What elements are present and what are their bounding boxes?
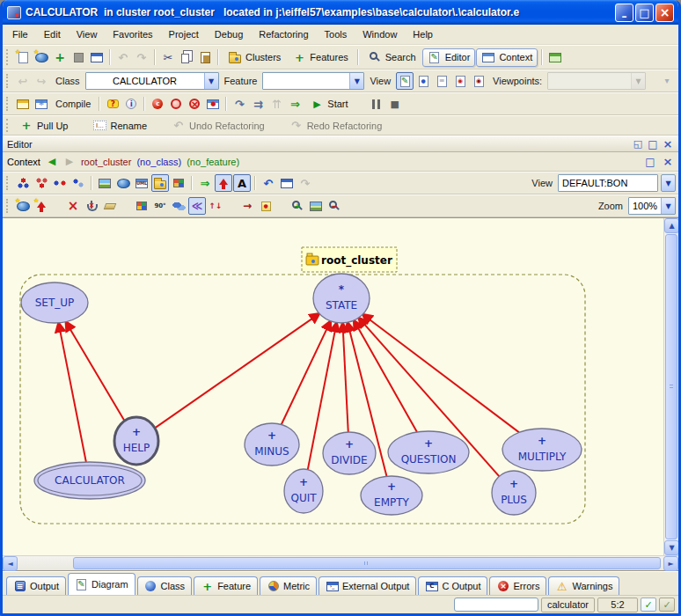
inheritance-links-icon[interactable] <box>14 174 32 192</box>
run-to-cursor-icon[interactable]: ⇒ <box>286 95 304 113</box>
class-history-icon[interactable] <box>114 174 132 192</box>
search-button[interactable]: Search <box>362 48 421 66</box>
run-finalized-icon[interactable] <box>167 95 185 113</box>
last-warnings-icon[interactable]: ? <box>104 95 121 113</box>
tab-errors[interactable]: ×Errors <box>489 576 546 595</box>
redo-refactoring-button[interactable]: ↷Redo Refactoring <box>284 117 388 135</box>
inheritance-link-help-state[interactable] <box>155 313 319 428</box>
freeze-icon[interactable]: ❄ <box>33 95 50 113</box>
cluster-view-icon[interactable] <box>151 174 169 192</box>
fan-layout-icon[interactable]: ≪ <box>188 197 206 215</box>
tab-external-output[interactable]: ›_External Output <box>319 576 416 595</box>
diagram-canvas[interactable]: SET_UP*STATE+HELPCALCULATOR+MINUS+QUIT+D… <box>3 218 663 557</box>
class-combo[interactable]: CALCULATOR▼ <box>85 72 219 90</box>
eraser-icon[interactable] <box>101 197 119 215</box>
scroll-down-icon[interactable] <box>664 540 679 555</box>
menu-tools[interactable]: Tools <box>317 26 355 42</box>
clickable-view-icon[interactable]: ● <box>414 72 432 90</box>
status-search-input[interactable] <box>454 598 538 612</box>
circular-layout-icon[interactable] <box>170 197 187 215</box>
class-node-state[interactable]: *STATE <box>313 274 370 323</box>
class-node-divide[interactable]: +DIVIDE <box>323 432 376 474</box>
menu-project[interactable]: Project <box>161 26 207 42</box>
step-into-icon[interactable]: ⇉ <box>249 95 267 113</box>
new-class-tool-icon[interactable] <box>14 197 32 215</box>
legend-icon[interactable] <box>170 174 187 192</box>
force-layout-icon[interactable]: ⇒ <box>196 174 214 192</box>
undo-icon[interactable]: ↶ <box>114 48 132 66</box>
unanchor-icon[interactable]: × <box>83 197 100 215</box>
tab-output[interactable]: ≡Output <box>6 576 66 595</box>
context-forward-icon[interactable]: ▶ <box>63 156 76 167</box>
pause-icon[interactable] <box>368 95 385 113</box>
inheritance-link-divide-state[interactable] <box>342 323 348 432</box>
toolbar-grip[interactable] <box>6 176 11 191</box>
redo-diagram-icon[interactable]: ↷ <box>297 174 314 192</box>
relation-links-icon[interactable] <box>70 174 87 192</box>
class-node-question[interactable]: +QUESTION <box>388 431 469 473</box>
view-combo-dropdown-icon[interactable]: ▼ <box>661 174 676 192</box>
toolbar-grip[interactable] <box>6 119 11 132</box>
menu-view[interactable]: View <box>69 26 106 42</box>
toolbar-grip[interactable] <box>6 74 11 89</box>
tab-class[interactable]: Class <box>137 576 193 595</box>
inheritance-link-calculator-set_up[interactable] <box>59 323 86 462</box>
maximize-context-icon[interactable] <box>644 156 656 167</box>
maximize-button[interactable] <box>635 4 654 22</box>
context-cluster-crumb[interactable]: root_cluster <box>81 157 131 167</box>
diagram-history-icon[interactable] <box>278 174 296 192</box>
close-pane-icon[interactable] <box>662 138 674 150</box>
new-window-icon[interactable] <box>14 48 32 66</box>
context-button[interactable]: Context <box>476 48 538 67</box>
menu-window[interactable]: Window <box>355 26 405 42</box>
class-node-empty[interactable]: +EMPTY <box>361 476 422 515</box>
new-inheritance-tool-icon[interactable] <box>33 197 50 215</box>
minimize-button[interactable] <box>615 4 633 22</box>
scroll-up-icon[interactable] <box>664 218 679 233</box>
maximize-pane-icon[interactable] <box>647 138 659 150</box>
export-png-icon[interactable] <box>96 174 114 192</box>
rename-button[interactable]: Rename <box>87 117 152 135</box>
inheritance-link-question-state[interactable] <box>354 320 417 432</box>
menu-debug[interactable]: Debug <box>207 26 251 42</box>
scroll-left-icon[interactable] <box>3 556 18 571</box>
profile-icon[interactable] <box>546 48 564 66</box>
vertical-scrollbar[interactable] <box>663 218 678 555</box>
editor-button[interactable]: ✎Editor <box>422 48 476 67</box>
history-back-icon[interactable]: ↩ <box>14 72 32 90</box>
menu-refactoring[interactable]: Refactoring <box>251 26 316 42</box>
overflow-chevron-icon[interactable]: ▾ <box>658 72 676 90</box>
menu-help[interactable]: Help <box>405 26 441 42</box>
horizontal-scroll-thumb[interactable] <box>73 557 661 569</box>
zoom-in-icon[interactable]: + <box>289 197 306 215</box>
colors-icon[interactable] <box>133 197 150 215</box>
inheritance-toggle-icon[interactable] <box>215 174 232 192</box>
step-out-icon[interactable]: ⇈ <box>267 95 285 113</box>
new-feature-icon[interactable]: + <box>51 48 69 66</box>
history-forward-icon[interactable]: ↪ <box>33 72 50 90</box>
viewpoints-combo[interactable]: ▼ <box>547 72 646 90</box>
run-workbench-icon[interactable]: c <box>149 95 166 113</box>
flat-view-icon[interactable]: ≡ <box>433 72 450 90</box>
inheritance-link-multiply-state[interactable] <box>362 314 519 432</box>
uml-view-icon[interactable]: UML <box>133 174 150 192</box>
toolbar-grip[interactable] <box>6 199 11 214</box>
client-link-tool-icon[interactable]: → <box>238 197 256 215</box>
feature-combo-dropdown-icon[interactable]: ▼ <box>349 73 363 89</box>
undo-refactoring-button[interactable]: ↶Undo Refactoring <box>166 117 270 135</box>
align-icon[interactable]: ↑↓ <box>207 197 224 215</box>
cluster-label[interactable]: root_cluster <box>302 247 397 272</box>
supplier-links-icon[interactable] <box>33 174 50 192</box>
view-combo[interactable]: DEFAULT:BON <box>558 174 658 192</box>
class-node-minus[interactable]: +MINUS <box>245 423 299 466</box>
paste-icon[interactable] <box>196 48 214 66</box>
tab-metric[interactable]: Metric <box>260 576 317 595</box>
tab-feature[interactable]: +Feature <box>194 576 258 595</box>
info-icon[interactable]: i <box>122 95 140 113</box>
titlebar[interactable]: CALCULATOR in cluster root_cluster locat… <box>3 0 678 25</box>
melt-icon[interactable] <box>14 95 32 113</box>
interface-view-icon[interactable]: ◉ <box>470 72 487 90</box>
class-combo-dropdown-icon[interactable]: ▼ <box>204 73 218 89</box>
tab-warnings[interactable]: ⚠Warnings <box>548 576 619 595</box>
vertical-scroll-thumb[interactable] <box>665 234 677 539</box>
